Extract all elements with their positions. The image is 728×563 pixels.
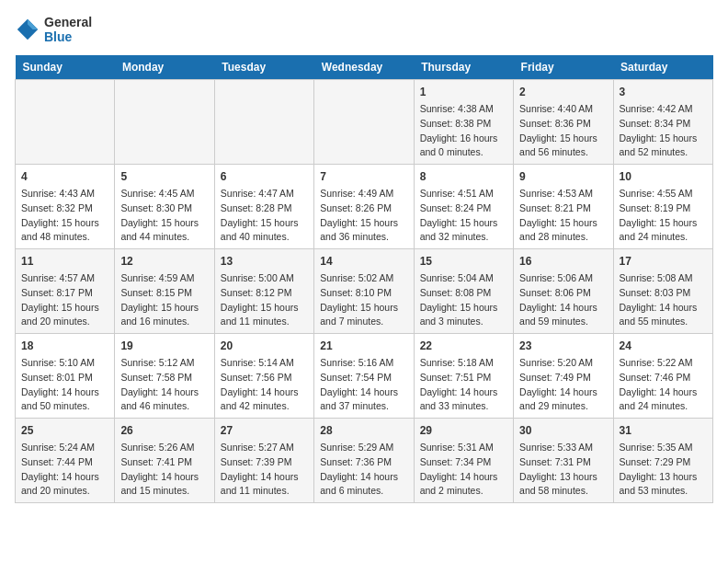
calendar-cell: 28Sunrise: 5:29 AMSunset: 7:36 PMDayligh…	[314, 419, 414, 503]
calendar-cell: 30Sunrise: 5:33 AMSunset: 7:31 PMDayligh…	[514, 419, 613, 503]
calendar-cell: 13Sunrise: 5:00 AMSunset: 8:12 PMDayligh…	[214, 249, 313, 334]
day-info: Sunrise: 5:24 AMSunset: 7:44 PMDaylight:…	[21, 441, 108, 499]
calendar-cell: 10Sunrise: 4:55 AMSunset: 8:19 PMDayligh…	[613, 165, 712, 249]
day-number: 27	[221, 422, 308, 439]
day-number: 2	[519, 84, 607, 100]
day-info: Sunrise: 4:59 AMSunset: 8:15 PMDaylight:…	[120, 271, 208, 329]
calendar-cell: 29Sunrise: 5:31 AMSunset: 7:34 PMDayligh…	[414, 419, 513, 503]
header-cell-tuesday: Tuesday	[214, 55, 313, 80]
day-info: Sunrise: 5:26 AMSunset: 7:41 PMDaylight:…	[120, 441, 208, 499]
day-info: Sunrise: 4:42 AMSunset: 8:34 PMDaylight:…	[620, 102, 707, 160]
day-number: 16	[519, 253, 607, 270]
day-info: Sunrise: 4:57 AMSunset: 8:17 PMDaylight:…	[21, 271, 108, 329]
logo-icon	[15, 17, 40, 42]
day-info: Sunrise: 5:02 AMSunset: 8:10 PMDaylight:…	[320, 271, 407, 329]
calendar-body: 1Sunrise: 4:38 AMSunset: 8:38 PMDaylight…	[16, 80, 713, 503]
calendar-cell: 19Sunrise: 5:12 AMSunset: 7:58 PMDayligh…	[115, 334, 214, 419]
calendar-cell: 21Sunrise: 5:16 AMSunset: 7:54 PMDayligh…	[314, 334, 414, 419]
calendar-cell: 31Sunrise: 5:35 AMSunset: 7:29 PMDayligh…	[613, 419, 712, 503]
day-number: 20	[221, 338, 308, 354]
calendar-cell: 15Sunrise: 5:04 AMSunset: 8:08 PMDayligh…	[414, 249, 513, 334]
page-header: General Blue	[15, 15, 713, 44]
header-cell-sunday: Sunday	[16, 55, 115, 80]
calendar-cell: 11Sunrise: 4:57 AMSunset: 8:17 PMDayligh…	[16, 249, 115, 334]
day-info: Sunrise: 5:06 AMSunset: 8:06 PMDaylight:…	[519, 271, 607, 329]
header-cell-wednesday: Wednesday	[314, 55, 414, 80]
day-number: 23	[519, 338, 607, 354]
calendar-cell: 27Sunrise: 5:27 AMSunset: 7:39 PMDayligh…	[214, 419, 313, 503]
calendar-cell	[214, 80, 313, 165]
logo: General Blue	[15, 15, 92, 44]
day-info: Sunrise: 4:45 AMSunset: 8:30 PMDaylight:…	[120, 187, 208, 245]
calendar-week-row: 18Sunrise: 5:10 AMSunset: 8:01 PMDayligh…	[16, 334, 713, 419]
day-number: 8	[420, 168, 507, 185]
calendar-cell: 1Sunrise: 4:38 AMSunset: 8:38 PMDaylight…	[414, 80, 513, 165]
day-number: 5	[120, 168, 208, 185]
day-info: Sunrise: 5:00 AMSunset: 8:12 PMDaylight:…	[221, 271, 308, 329]
header-row: SundayMondayTuesdayWednesdayThursdayFrid…	[16, 55, 713, 80]
day-info: Sunrise: 5:12 AMSunset: 7:58 PMDaylight:…	[120, 356, 208, 414]
day-number: 25	[21, 422, 108, 439]
day-number: 26	[120, 422, 208, 439]
header-cell-friday: Friday	[514, 55, 613, 80]
day-info: Sunrise: 5:35 AMSunset: 7:29 PMDaylight:…	[620, 441, 707, 499]
day-number: 21	[320, 338, 407, 354]
calendar-cell: 18Sunrise: 5:10 AMSunset: 8:01 PMDayligh…	[16, 334, 115, 419]
day-info: Sunrise: 4:38 AMSunset: 8:38 PMDaylight:…	[420, 102, 507, 160]
day-number: 15	[420, 253, 507, 270]
day-info: Sunrise: 4:43 AMSunset: 8:32 PMDaylight:…	[21, 187, 108, 245]
calendar-week-row: 11Sunrise: 4:57 AMSunset: 8:17 PMDayligh…	[16, 249, 713, 334]
day-info: Sunrise: 4:40 AMSunset: 8:36 PMDaylight:…	[519, 102, 607, 160]
calendar-cell: 2Sunrise: 4:40 AMSunset: 8:36 PMDaylight…	[514, 80, 613, 165]
day-info: Sunrise: 5:20 AMSunset: 7:49 PMDaylight:…	[519, 356, 607, 414]
calendar-cell: 6Sunrise: 4:47 AMSunset: 8:28 PMDaylight…	[214, 165, 313, 249]
day-number: 13	[221, 253, 308, 270]
calendar-cell: 17Sunrise: 5:08 AMSunset: 8:03 PMDayligh…	[613, 249, 712, 334]
calendar-cell: 5Sunrise: 4:45 AMSunset: 8:30 PMDaylight…	[115, 165, 214, 249]
calendar-cell	[314, 80, 414, 165]
calendar-cell: 16Sunrise: 5:06 AMSunset: 8:06 PMDayligh…	[514, 249, 613, 334]
day-info: Sunrise: 5:18 AMSunset: 7:51 PMDaylight:…	[420, 356, 507, 414]
day-info: Sunrise: 5:08 AMSunset: 8:03 PMDaylight:…	[620, 271, 707, 329]
day-number: 6	[221, 168, 308, 185]
day-number: 30	[519, 422, 607, 439]
calendar-cell: 25Sunrise: 5:24 AMSunset: 7:44 PMDayligh…	[16, 419, 115, 503]
calendar-cell: 3Sunrise: 4:42 AMSunset: 8:34 PMDaylight…	[613, 80, 712, 165]
day-number: 1	[420, 84, 507, 100]
calendar-cell: 14Sunrise: 5:02 AMSunset: 8:10 PMDayligh…	[314, 249, 414, 334]
day-number: 31	[620, 422, 707, 439]
day-number: 12	[120, 253, 208, 270]
calendar-header: SundayMondayTuesdayWednesdayThursdayFrid…	[16, 55, 713, 80]
calendar-cell: 9Sunrise: 4:53 AMSunset: 8:21 PMDaylight…	[514, 165, 613, 249]
calendar-cell: 12Sunrise: 4:59 AMSunset: 8:15 PMDayligh…	[115, 249, 214, 334]
day-number: 4	[21, 168, 108, 185]
day-info: Sunrise: 5:16 AMSunset: 7:54 PMDaylight:…	[320, 356, 407, 414]
day-number: 19	[120, 338, 208, 354]
calendar-week-row: 25Sunrise: 5:24 AMSunset: 7:44 PMDayligh…	[16, 419, 713, 503]
day-number: 24	[620, 338, 707, 354]
calendar-cell: 24Sunrise: 5:22 AMSunset: 7:46 PMDayligh…	[613, 334, 712, 419]
header-cell-monday: Monday	[115, 55, 214, 80]
day-info: Sunrise: 5:29 AMSunset: 7:36 PMDaylight:…	[320, 441, 407, 499]
calendar-table: SundayMondayTuesdayWednesdayThursdayFrid…	[15, 55, 713, 503]
day-info: Sunrise: 4:49 AMSunset: 8:26 PMDaylight:…	[320, 187, 407, 245]
header-cell-thursday: Thursday	[414, 55, 513, 80]
calendar-cell: 26Sunrise: 5:26 AMSunset: 7:41 PMDayligh…	[115, 419, 214, 503]
calendar-cell	[115, 80, 214, 165]
day-number: 7	[320, 168, 407, 185]
calendar-cell: 20Sunrise: 5:14 AMSunset: 7:56 PMDayligh…	[214, 334, 313, 419]
logo-text: General Blue	[44, 15, 92, 44]
day-info: Sunrise: 5:10 AMSunset: 8:01 PMDaylight:…	[21, 356, 108, 414]
header-cell-saturday: Saturday	[613, 55, 712, 80]
day-number: 14	[320, 253, 407, 270]
day-info: Sunrise: 4:47 AMSunset: 8:28 PMDaylight:…	[221, 187, 308, 245]
day-info: Sunrise: 5:31 AMSunset: 7:34 PMDaylight:…	[420, 441, 507, 499]
calendar-cell: 22Sunrise: 5:18 AMSunset: 7:51 PMDayligh…	[414, 334, 513, 419]
calendar-cell: 4Sunrise: 4:43 AMSunset: 8:32 PMDaylight…	[16, 165, 115, 249]
day-info: Sunrise: 5:27 AMSunset: 7:39 PMDaylight:…	[221, 441, 308, 499]
day-number: 3	[620, 84, 707, 100]
day-number: 22	[420, 338, 507, 354]
calendar-cell: 8Sunrise: 4:51 AMSunset: 8:24 PMDaylight…	[414, 165, 513, 249]
calendar-cell: 23Sunrise: 5:20 AMSunset: 7:49 PMDayligh…	[514, 334, 613, 419]
calendar-week-row: 4Sunrise: 4:43 AMSunset: 8:32 PMDaylight…	[16, 165, 713, 249]
